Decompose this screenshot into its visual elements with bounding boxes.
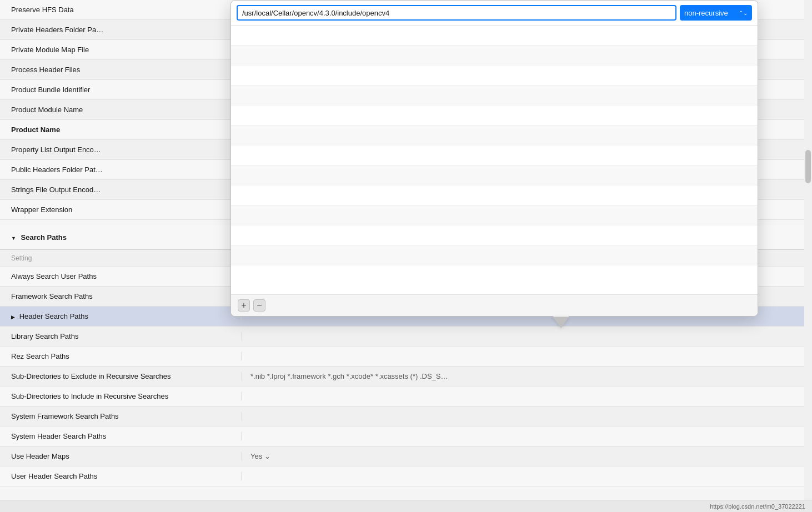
- system-header-label: System Header Search Paths: [0, 432, 242, 440]
- path-input[interactable]: [237, 5, 676, 21]
- popup-row-9: [231, 185, 758, 205]
- popup-row-4: [231, 86, 758, 106]
- row-user-header-search[interactable]: User Header Search Paths: [0, 466, 812, 486]
- status-bar-text: https://blog.csdn.net/m0_37022221: [710, 503, 805, 510]
- row-system-header[interactable]: System Header Search Paths: [0, 426, 812, 446]
- row-system-framework[interactable]: System Framework Search Paths: [0, 406, 812, 426]
- row-triangle-icon: ▶: [11, 314, 15, 320]
- row-subdirs-exclude[interactable]: Sub-Directories to Exclude in Recursive …: [0, 367, 812, 386]
- popup-row-7: [231, 145, 758, 165]
- subdirs-include-label: Sub-Directories to Include in Recursive …: [0, 392, 242, 400]
- remove-path-button[interactable]: −: [253, 299, 265, 312]
- popup-tail-border: [553, 317, 569, 328]
- scrollbar-thumb[interactable]: [805, 150, 811, 183]
- popup-row-5: [231, 106, 758, 126]
- wrapper-ext-label: Wrapper Extension: [0, 205, 242, 214]
- main-container: Preserve HFS Data Private Headers Folder…: [0, 0, 812, 512]
- always-search-label: Always Search User Paths: [0, 272, 242, 280]
- product-name-label: Product Name: [0, 126, 242, 134]
- user-header-search-label: User Header Search Paths: [0, 472, 242, 480]
- popup-bottom-bar: + −: [231, 294, 758, 316]
- popup-panel: non-recursive ⌃⌄ + −: [230, 0, 758, 317]
- triangle-icon: ▼: [11, 235, 16, 241]
- chevron-icon: ⌃⌄: [739, 10, 748, 16]
- process-header-label: Process Header Files: [0, 66, 242, 74]
- recursive-label: non-recursive: [684, 9, 728, 17]
- row-library-search[interactable]: Library Search Paths: [0, 327, 812, 347]
- popup-top-bar: non-recursive ⌃⌄: [231, 1, 758, 26]
- popup-content: [231, 26, 758, 294]
- popup-row-10: [231, 205, 758, 225]
- product-module-label: Product Module Name: [0, 106, 242, 114]
- private-headers-label: Private Headers Folder Pa…: [0, 26, 242, 34]
- private-module-label: Private Module Map File: [0, 46, 242, 54]
- search-paths-header-label: ▼ Search Paths: [0, 233, 242, 242]
- product-bundle-label: Product Bundle Identifier: [0, 86, 242, 94]
- strings-file-label: Strings File Output Encod…: [0, 185, 242, 194]
- sub-header-setting-label: Setting: [0, 254, 242, 262]
- rez-search-label: Rez Search Paths: [0, 352, 242, 360]
- header-search-label: ▶ Header Search Paths: [0, 312, 242, 320]
- popup-row-3: [231, 66, 758, 86]
- recursive-select-button[interactable]: non-recursive ⌃⌄: [680, 5, 752, 21]
- row-use-header-maps[interactable]: Use Header Maps Yes ⌄: [0, 446, 812, 466]
- popup-row-1: [231, 26, 758, 46]
- framework-search-label: Framework Search Paths: [0, 292, 242, 300]
- system-framework-label: System Framework Search Paths: [0, 412, 242, 420]
- subdirs-exclude-label: Sub-Directories to Exclude in Recursive …: [0, 372, 242, 380]
- row-subdirs-include[interactable]: Sub-Directories to Include in Recursive …: [0, 386, 812, 406]
- public-headers-label: Public Headers Folder Pat…: [0, 165, 242, 174]
- property-list-label: Property List Output Enco…: [0, 145, 242, 154]
- status-bar: https://blog.csdn.net/m0_37022221: [0, 500, 812, 512]
- popup-row-2: [231, 46, 758, 66]
- library-search-label: Library Search Paths: [0, 332, 242, 340]
- popup-row-11: [231, 225, 758, 245]
- popup-row-12: [231, 245, 758, 265]
- subdirs-exclude-value: *.nib *.lproj *.framework *.gch *.xcode*…: [242, 372, 812, 380]
- use-header-maps-value: Yes ⌄: [242, 452, 812, 460]
- scrollbar-track[interactable]: [804, 0, 812, 500]
- add-path-button[interactable]: +: [238, 299, 250, 312]
- popup-row-6: [231, 126, 758, 145]
- popup-row-8: [231, 165, 758, 185]
- preserve-hfs-label: Preserve HFS Data: [0, 6, 242, 14]
- row-rez-search[interactable]: Rez Search Paths: [0, 347, 812, 367]
- use-header-maps-label: Use Header Maps: [0, 452, 242, 460]
